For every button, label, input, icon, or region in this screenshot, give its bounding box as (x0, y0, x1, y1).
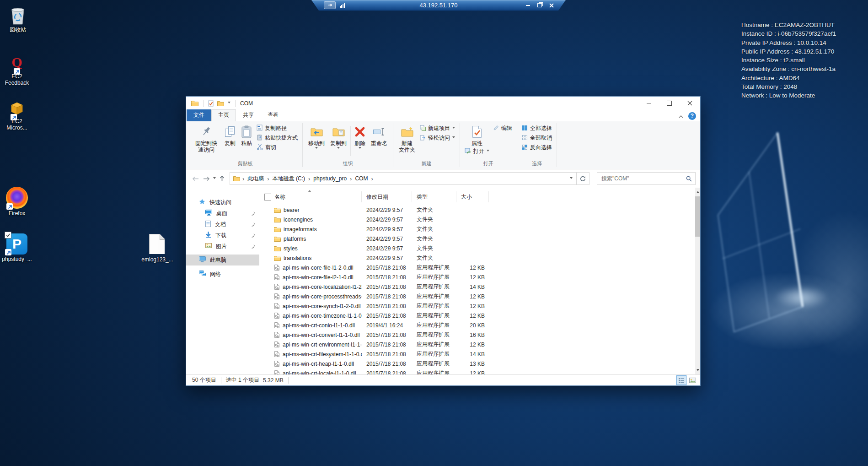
invert-selection-button[interactable]: 反向选择 (520, 143, 554, 152)
rename-icon (373, 124, 386, 140)
new-item-button[interactable]: 新建项目 (418, 124, 457, 133)
desktop-icon-recycle-bin[interactable]: 回收站 (2, 4, 34, 33)
folder-icon (274, 217, 281, 222)
nav-this-pc[interactable]: 此电脑 (186, 255, 259, 266)
select-none-button[interactable]: 全部取消 (520, 133, 554, 143)
rdp-pin-button[interactable] (324, 1, 336, 9)
breadcrumb-chevron[interactable]: › (266, 175, 270, 182)
select-all-button[interactable]: 全部选择 (520, 124, 554, 133)
file-row[interactable]: api-ms-win-core-synch-l1-2-0.dll2015/7/1… (264, 301, 695, 311)
file-row[interactable]: api-ms-win-crt-filesystem-l1-1-0.dll2015… (264, 349, 695, 359)
desktop-icon-emlog[interactable]: emlog123_... (140, 234, 175, 263)
tab-home[interactable]: 主页 (211, 109, 236, 121)
scroll-up-button[interactable] (695, 188, 700, 195)
ribbon-collapse-button[interactable] (679, 112, 683, 120)
qat-new-folder-button[interactable] (215, 97, 226, 110)
column-header-name[interactable]: 名称 (264, 191, 362, 202)
file-row[interactable]: api-ms-win-core-timezone-l1-1-0.dll2015/… (264, 311, 695, 320)
properties-button[interactable]: 属性 (469, 122, 485, 146)
refresh-button[interactable] (577, 172, 589, 185)
copy-path-button[interactable]: 复制路径 (255, 124, 300, 133)
file-row[interactable]: bearer2024/2/29 9:57文件夹 (264, 205, 695, 215)
address-dropdown-button[interactable] (570, 175, 574, 182)
file-row[interactable]: api-ms-win-core-processthreads-l...2015/… (264, 292, 695, 301)
column-header-size[interactable]: 大小 (456, 191, 489, 202)
select-all-icon (522, 125, 528, 132)
rdp-restore-button[interactable] (536, 2, 543, 9)
rdp-close-button[interactable] (548, 2, 555, 9)
thumbnail-view-button[interactable] (687, 375, 698, 385)
file-row[interactable]: translations2024/2/29 9:57文件夹 (264, 253, 695, 263)
file-row[interactable]: api-ms-win-core-localization-l1-2-...201… (264, 282, 695, 292)
qat-customize-button[interactable] (226, 97, 232, 110)
nav-quick-access[interactable]: 快速访问 (186, 197, 259, 208)
search-input[interactable] (600, 175, 686, 182)
file-row[interactable]: platforms2024/2/29 9:57文件夹 (264, 234, 695, 244)
file-row[interactable]: api-ms-win-crt-environment-l1-1-0...2015… (264, 340, 695, 349)
title-bar[interactable]: COM (186, 97, 700, 110)
column-header-date[interactable]: 修改日期 (362, 191, 412, 202)
pin-to-quick-access-button[interactable]: 固定到快速访问 (191, 122, 222, 153)
move-to-button[interactable]: 移动到 (305, 122, 327, 150)
file-row[interactable]: imageformats2024/2/29 9:57文件夹 (264, 224, 695, 234)
maximize-button[interactable] (659, 97, 680, 110)
copy-to-button[interactable]: 复制到 (327, 122, 349, 150)
easy-access-button[interactable]: 轻松访问 (418, 133, 457, 143)
file-row[interactable]: api-ms-win-crt-convert-l1-1-0.dll2015/7/… (264, 330, 695, 340)
back-button[interactable] (192, 176, 199, 181)
file-row[interactable]: styles2024/2/29 9:57文件夹 (264, 244, 695, 253)
file-row[interactable]: api-ms-win-crt-conio-l1-1-0.dll2019/4/1 … (264, 320, 695, 330)
delete-button[interactable]: 删除 (352, 122, 368, 150)
qat-properties-button[interactable] (206, 97, 215, 110)
nav-downloads[interactable]: 下载 (186, 230, 259, 241)
nav-desktop[interactable]: 桌面 (186, 208, 259, 219)
paste-button[interactable]: 粘贴 (238, 122, 255, 146)
edit-button[interactable]: 编辑 (491, 124, 514, 133)
close-button[interactable] (680, 97, 700, 110)
help-button[interactable]: ? (688, 112, 696, 120)
details-view-button[interactable] (676, 375, 687, 385)
desktop-icon-phpstudy[interactable]: P phpstudy_... (1, 233, 33, 262)
select-all-checkbox[interactable] (264, 194, 271, 200)
file-row[interactable]: api-ms-win-crt-locale-l1-1-0.dll2015/7/1… (264, 368, 695, 374)
file-row[interactable]: api-ms-win-crt-heap-l1-1-0.dll2015/7/18 … (264, 359, 695, 368)
nav-network[interactable]: 网络 (186, 269, 259, 280)
rdp-minimize-button[interactable] (525, 2, 531, 9)
file-row[interactable]: api-ms-win-core-file-l1-2-0.dll2015/7/18… (264, 263, 695, 272)
breadcrumb-item[interactable]: 此电脑 (245, 175, 266, 183)
file-row[interactable]: api-ms-win-core-file-l2-1-0.dll2015/7/18… (264, 272, 695, 282)
breadcrumb-chevron[interactable]: › (349, 175, 353, 182)
desktop-icon-firefox[interactable]: Firefox (1, 187, 33, 217)
nav-documents[interactable]: 文档 (186, 219, 259, 230)
tab-share[interactable]: 共享 (236, 109, 261, 121)
rename-button[interactable]: 重命名 (368, 122, 390, 146)
search-box[interactable] (597, 172, 696, 185)
scrollbar-thumb[interactable] (695, 196, 700, 237)
forward-button[interactable] (203, 176, 210, 181)
breadcrumb-item[interactable]: 本地磁盘 (C:) (270, 175, 307, 183)
column-header-type[interactable]: 类型 (412, 191, 456, 202)
breadcrumb-item[interactable]: phpstudy_pro (311, 175, 349, 182)
rdp-connection-bar[interactable]: 43.192.51.170 (311, 0, 566, 11)
breadcrumb-chevron[interactable]: › (370, 175, 374, 182)
breadcrumb-chevron[interactable]: › (307, 175, 311, 182)
minimize-button[interactable] (638, 97, 659, 110)
recent-locations-button[interactable] (213, 177, 216, 180)
paste-shortcut-button[interactable]: 粘贴快捷方式 (255, 133, 300, 143)
nav-pictures[interactable]: 图片 (186, 241, 259, 252)
new-folder-button[interactable]: 新建文件夹 (396, 122, 418, 153)
up-button[interactable] (220, 175, 225, 182)
scroll-down-button[interactable] (695, 367, 700, 374)
open-button[interactable]: 打开 (463, 146, 491, 156)
address-bar[interactable]: › 此电脑›本地磁盘 (C:)›phpstudy_pro›COM› (230, 172, 577, 185)
copy-button[interactable]: 复制 (222, 122, 238, 146)
file-type: 应用程序扩展 (412, 264, 456, 271)
file-row[interactable]: iconengines2024/2/29 9:57文件夹 (264, 215, 695, 224)
desktop-icon-ec2-micro[interactable]: EC2 Micros... (1, 100, 33, 131)
scrollbar[interactable] (695, 188, 700, 374)
desktop-icon-ec2-feedback[interactable]: Q EC2 Feedback (1, 53, 33, 86)
tab-file[interactable]: 文件 (187, 109, 211, 121)
cut-button[interactable]: 剪切 (255, 143, 300, 152)
tab-view[interactable]: 查看 (261, 109, 285, 121)
breadcrumb-item[interactable]: COM (353, 175, 370, 182)
